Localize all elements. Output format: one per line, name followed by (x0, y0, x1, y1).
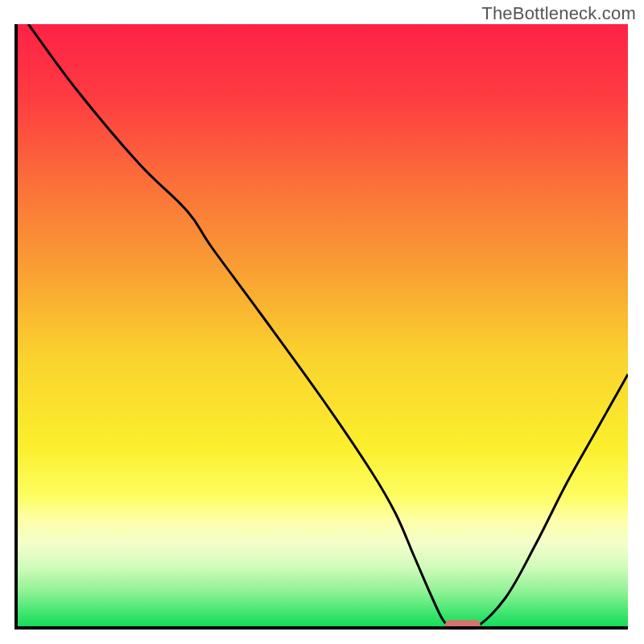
bottleneck-chart (0, 0, 644, 644)
gradient-background (16, 24, 628, 628)
